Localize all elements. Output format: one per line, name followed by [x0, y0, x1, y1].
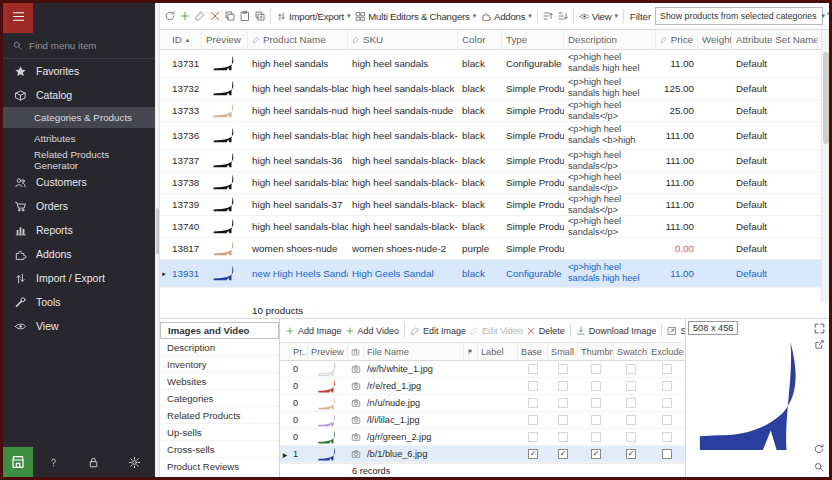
zoom-icon[interactable] — [813, 461, 825, 473]
checkbox-swatch[interactable] — [614, 364, 648, 374]
sidebar-item-addons[interactable]: Addons — [3, 242, 155, 266]
open-external-icon[interactable] — [814, 339, 825, 350]
import-export-dropdown[interactable]: Import/Export▾ — [274, 6, 352, 26]
menu-button[interactable] — [3, 3, 33, 33]
menu-search-input[interactable]: Find menu item — [3, 33, 155, 59]
column-header-sku[interactable]: SKU — [348, 30, 458, 49]
checkbox-exclude[interactable] — [648, 364, 686, 374]
sidebar-item-related-products-generator[interactable]: Related Products Generator — [3, 149, 155, 170]
table-row[interactable]: 13738high heel sandals-black-37high heel… — [160, 172, 829, 194]
small-checkbox[interactable] — [558, 381, 568, 391]
row-expander[interactable]: ▸ — [160, 270, 168, 278]
column-header-type[interactable]: Type — [502, 30, 564, 49]
column-header-weight[interactable]: Weight — [698, 30, 732, 49]
thumb-checkbox[interactable] — [591, 415, 601, 425]
image-row[interactable]: 0/r/e/red_1.jpg — [280, 378, 685, 395]
checkbox-swatch[interactable] — [614, 381, 648, 391]
checkbox-thumb[interactable]: ✓ — [578, 449, 614, 459]
image-row[interactable]: 0/l/i/lilac_1.jpg — [280, 412, 685, 429]
edit-button[interactable] — [193, 6, 207, 26]
table-row[interactable]: 13736high heel sandals-black-36high heel… — [160, 122, 829, 150]
sidebar-item-customers[interactable]: Customers — [3, 170, 155, 194]
sidebar-item-reports[interactable]: Reports — [3, 218, 155, 242]
store-button[interactable] — [3, 447, 33, 477]
copy-button[interactable] — [223, 6, 237, 26]
table-row[interactable]: 13740high heel sandals-black-38high heel… — [160, 216, 829, 238]
table-row[interactable]: 13737high heel sandals-36high heel sanda… — [160, 150, 829, 172]
image-column-camera[interactable] — [348, 343, 364, 360]
base-checkbox[interactable] — [528, 381, 538, 391]
thumb-checkbox[interactable] — [591, 432, 601, 442]
small-checkbox[interactable] — [558, 364, 568, 374]
scrollbar-thumb[interactable] — [823, 52, 829, 144]
splitter-handle[interactable] — [156, 208, 159, 254]
add-button[interactable] — [178, 6, 192, 26]
checkbox-small[interactable] — [548, 432, 578, 442]
tab-product-reviews[interactable]: Product Reviews — [160, 458, 279, 475]
set-resize-rule-button[interactable]: Set Resize Rule — [667, 326, 685, 336]
checkbox-small[interactable] — [548, 364, 578, 374]
image-row[interactable]: 0/w/h/white_1.jpg — [280, 361, 685, 378]
checkbox-base[interactable] — [518, 432, 548, 442]
vertical-scrollbar[interactable] — [821, 30, 829, 302]
tab-cross-sells[interactable]: Cross-sells — [160, 441, 279, 458]
image-column-swatch[interactable]: Swatch — [614, 343, 648, 360]
gear-icon[interactable] — [128, 456, 141, 469]
base-checkbox[interactable]: ✓ — [528, 449, 538, 459]
swatch-checkbox[interactable]: ✓ — [626, 449, 636, 459]
small-checkbox[interactable]: ✓ — [558, 449, 568, 459]
fullscreen-icon[interactable] — [813, 322, 826, 335]
category-filter-select[interactable]: Show products from selected categories▾ — [655, 7, 823, 25]
table-row[interactable]: 13731high heel sandalshigh heel sandalsb… — [160, 50, 829, 78]
checkbox-thumb[interactable] — [578, 415, 614, 425]
base-checkbox[interactable] — [528, 398, 538, 408]
checkbox-swatch[interactable] — [614, 398, 648, 408]
swatch-checkbox[interactable] — [626, 432, 636, 442]
base-checkbox[interactable] — [528, 415, 538, 425]
checkbox-exclude[interactable] — [648, 449, 686, 459]
tab-up-sells[interactable]: Up-sells — [160, 424, 279, 441]
column-header-product-name[interactable]: Product Name — [248, 30, 348, 49]
table-row[interactable]: ▸13931new High Heels SandalsHigh Geels S… — [160, 260, 829, 288]
edit-image-button[interactable]: Edit Image — [410, 326, 466, 336]
image-column-file-name[interactable]: File Name — [364, 343, 464, 360]
checkbox-base[interactable] — [518, 398, 548, 408]
image-column-thumbna[interactable]: Thumbna... — [578, 343, 614, 360]
image-column-base[interactable]: Base — [518, 343, 548, 360]
tab-categories[interactable]: Categories — [160, 390, 279, 407]
table-row[interactable]: 13739high heel sandals-37high heel sanda… — [160, 194, 829, 216]
tab-description[interactable]: Description — [160, 339, 279, 356]
delete-button[interactable]: Delete — [526, 326, 565, 336]
add-video-button[interactable]: Add Video — [345, 326, 399, 336]
image-column-exclude[interactable]: Exclude — [648, 343, 686, 360]
swatch-checkbox[interactable] — [626, 381, 636, 391]
lock-icon[interactable] — [87, 456, 100, 469]
checkbox-exclude[interactable] — [648, 415, 686, 425]
image-column-pr[interactable]: Pr... — [290, 343, 308, 360]
exclude-checkbox[interactable] — [662, 398, 672, 408]
column-header-description[interactable]: Description — [564, 30, 656, 49]
sidebar-item-tools[interactable]: Tools — [3, 290, 155, 314]
table-row[interactable]: 13817women shoes-nudewomen shoes-nude-2p… — [160, 238, 829, 260]
checkbox-thumb[interactable] — [578, 398, 614, 408]
thumb-checkbox[interactable] — [591, 398, 601, 408]
base-checkbox[interactable] — [528, 364, 538, 374]
checkbox-thumb[interactable] — [578, 432, 614, 442]
table-row[interactable]: 13732high heel sandals-blackhigh heel sa… — [160, 78, 829, 100]
checkbox-swatch[interactable]: ✓ — [614, 449, 648, 459]
exclude-checkbox[interactable] — [662, 449, 672, 459]
checkbox-exclude[interactable] — [648, 398, 686, 408]
swatch-checkbox[interactable] — [626, 398, 636, 408]
thumb-checkbox[interactable] — [591, 364, 601, 374]
paste-button[interactable] — [238, 6, 252, 26]
image-row[interactable]: 0/g/r/green_2.jpg — [280, 429, 685, 446]
image-row[interactable]: 0/n/u/nude.jpg — [280, 395, 685, 412]
small-checkbox[interactable] — [558, 432, 568, 442]
checkbox-exclude[interactable] — [648, 432, 686, 442]
checkbox-small[interactable] — [548, 415, 578, 425]
thumb-checkbox[interactable] — [591, 381, 601, 391]
view-dropdown[interactable]: View▾ — [577, 6, 620, 26]
image-column-small[interactable]: Small — [548, 343, 578, 360]
image-column-flag[interactable] — [464, 343, 478, 360]
sidebar-item-attributes[interactable]: Attributes — [3, 128, 155, 149]
